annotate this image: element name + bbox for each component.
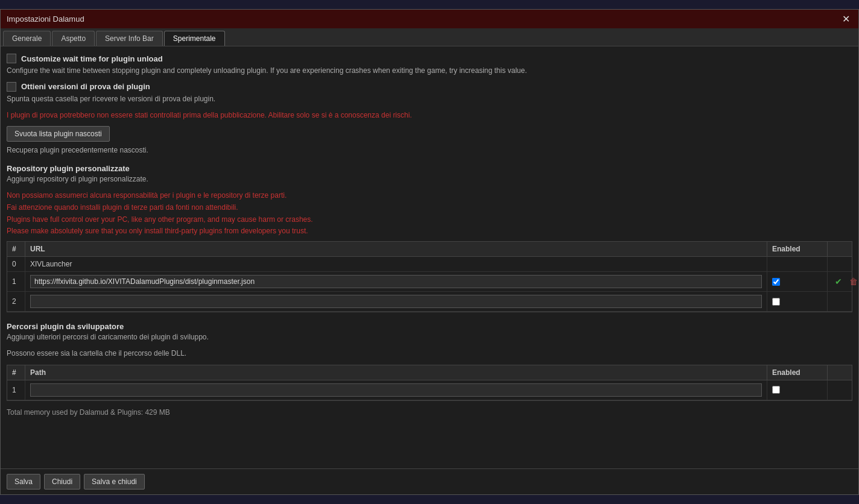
path-col-actions [828, 365, 852, 380]
url-table-header: # URL Enabled [7, 242, 852, 257]
beta-plugins-row: Ottieni versioni di prova dei plugin [7, 82, 852, 92]
beta-plugins-desc: Spunta questa casella per ricevere le ve… [7, 94, 852, 104]
plugin-unload-checkbox[interactable] [7, 54, 16, 63]
salva-chiudi-button[interactable]: Salva e chiudi [84, 474, 145, 490]
hidden-plugins-desc: Recupera plugin precedentemente nascosti… [7, 145, 852, 156]
url-row2-enabled-checkbox[interactable] [772, 298, 780, 306]
dev-plugins-heading: Percorsi plugin da sviluppatore [7, 322, 852, 331]
dev-plugins-section: Percorsi plugin da sviluppatore Aggiungi… [7, 322, 852, 359]
tabs-bar: Generale Aspetto Server Info Bar Sperime… [1, 28, 858, 46]
table-row: 2 [7, 292, 852, 312]
path-row1-actions [828, 380, 852, 400]
plugin-unload-row: Customize wait time for plugin unload [7, 54, 852, 63]
url-row0-index: 0 [7, 257, 25, 271]
path-table-header: # Path Enabled [7, 365, 852, 380]
custom-repo-warning-3: Plugins have full control over your PC, … [7, 215, 852, 225]
table-row: 0 XIVLauncher [7, 257, 852, 272]
custom-repo-warning-2: Fai attenzione quando installi plugin di… [7, 203, 852, 213]
url-col-url: URL [25, 242, 767, 256]
hidden-plugins-section: Svuota lista plugin nascosti Recupera pl… [7, 126, 852, 156]
table-row: 1 ✔ 🗑 [7, 272, 852, 292]
url-row1-actions: ✔ 🗑 [828, 272, 852, 291]
plugin-unload-label: Customize wait time for plugin unload [21, 54, 163, 63]
tab-server-info-bar[interactable]: Server Info Bar [96, 31, 163, 46]
custom-repo-warning-1: Non possiamo assumerci alcuna responsabi… [7, 191, 852, 201]
tab-aspetto[interactable]: Aspetto [52, 31, 95, 46]
tab-sperimentale[interactable]: Sperimentale [164, 31, 225, 46]
url-row1-input[interactable] [30, 275, 762, 288]
url-row0-actions [828, 257, 852, 271]
url-row1-enabled [767, 272, 828, 291]
url-row0-url: XIVLauncher [25, 257, 767, 271]
url-row2-index: 2 [7, 292, 25, 311]
custom-repo-desc: Aggiungi repository di plugin personaliz… [7, 174, 852, 184]
custom-repo-heading: Repository plugin personalizzate [7, 164, 852, 173]
url-row2-input[interactable] [30, 295, 762, 308]
path-row1-enabled [767, 380, 828, 400]
url-col-hash: # [7, 242, 25, 256]
url-row1-enabled-checkbox[interactable] [772, 278, 780, 286]
path-col-hash: # [7, 365, 25, 380]
beta-plugins-label: Ottieni versioni di prova dei plugin [21, 82, 150, 91]
beta-plugins-checkbox[interactable] [7, 82, 16, 92]
url-col-enabled: Enabled [767, 242, 828, 256]
url-row1-delete-button[interactable]: 🗑 [847, 276, 859, 288]
close-button[interactable]: ✕ [840, 13, 852, 25]
table-row: 1 [7, 380, 852, 400]
window-title: Impostazioni Dalamud [7, 14, 84, 24]
dev-plugins-desc2: Possono essere sia la cartella che il pe… [7, 348, 852, 359]
svuota-button[interactable]: Svuota lista plugin nascosti [7, 126, 110, 142]
memory-text: Total memory used by Dalamud & Plugins: … [7, 408, 852, 417]
url-table: # URL Enabled 0 XIVLauncher 1 [7, 241, 852, 312]
chiudi-button[interactable]: Chiudi [44, 474, 80, 490]
url-row2-enabled [767, 292, 828, 311]
salva-button[interactable]: Salva [7, 474, 40, 490]
url-row2-actions [828, 292, 852, 311]
main-window: Impostazioni Dalamud ✕ Generale Aspetto … [0, 9, 859, 495]
url-row1-confirm-button[interactable]: ✔ [832, 276, 845, 288]
url-row1-index: 1 [7, 272, 25, 291]
url-row2-url [25, 292, 767, 311]
beta-plugins-warning: I plugin di prova potrebbero non essere … [7, 110, 852, 121]
url-col-actions [828, 242, 852, 256]
dev-plugins-desc1: Aggiungi ulteriori percorsi di caricamen… [7, 332, 852, 342]
path-row1-enabled-checkbox[interactable] [772, 386, 780, 394]
url-row1-url [25, 272, 767, 291]
titlebar: Impostazioni Dalamud ✕ [1, 10, 858, 28]
path-row1-input[interactable] [30, 383, 762, 397]
bottom-buttons-bar: Salva Chiudi Salva e chiudi [1, 468, 858, 494]
url-row0-enabled [767, 257, 828, 271]
path-row1-path [25, 380, 767, 400]
plugin-unload-desc: Configure the wait time between stopping… [7, 66, 852, 76]
custom-repo-warning-4: Please make absolutely sure that you onl… [7, 226, 852, 236]
path-col-path: Path [25, 365, 767, 380]
tab-generale[interactable]: Generale [3, 31, 51, 46]
path-table: # Path Enabled 1 [7, 365, 852, 401]
path-row1-index: 1 [7, 380, 25, 400]
content-area: Customize wait time for plugin unload Co… [1, 46, 858, 468]
path-col-enabled: Enabled [767, 365, 828, 380]
